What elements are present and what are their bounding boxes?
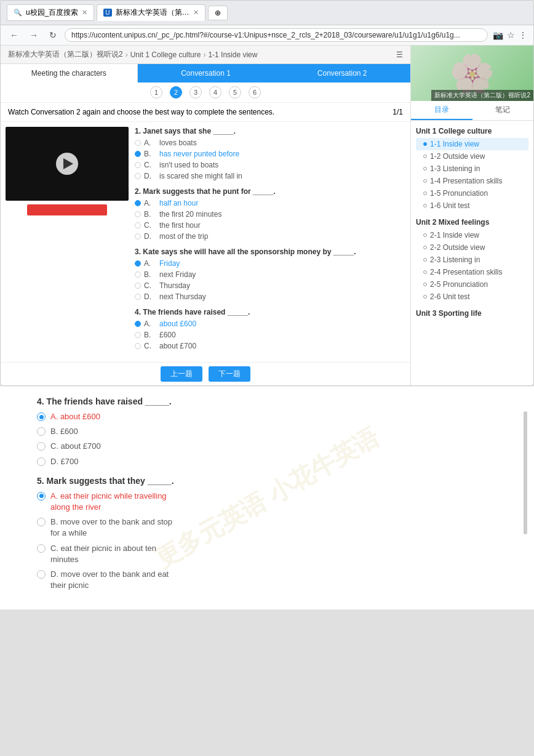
q1-option-d[interactable]: D. is scared she might fall in xyxy=(135,171,405,181)
nav-item-2-6[interactable]: 2-6 Unit test xyxy=(416,291,528,303)
nav-item-1-5-label: 1-5 Pronunciation xyxy=(430,189,488,198)
breadcrumb-home[interactable]: 新标准大学英语（第二版）视听说2 xyxy=(8,49,123,60)
question-4-preview: 4. The friends have raised _____. A. abo… xyxy=(135,308,405,351)
question-progress: 1/1 xyxy=(393,108,403,116)
nav-item-2-3[interactable]: 2-3 Listening in xyxy=(416,254,528,266)
q5-opt-b[interactable]: B. move over to the bank and stopfor a w… xyxy=(37,517,497,539)
nav-item-1-3[interactable]: 1-3 Listening in xyxy=(416,163,528,175)
q2-option-c[interactable]: C. the first hour xyxy=(135,220,405,230)
q1-radio-d xyxy=(135,173,141,179)
q3-option-d[interactable]: D. next Thursday xyxy=(135,292,405,302)
tab-meeting[interactable]: Meeting the characters xyxy=(1,64,138,82)
q2-option-d[interactable]: D. most of the trip xyxy=(135,231,405,241)
q4-option-b-preview[interactable]: B. £600 xyxy=(135,330,405,340)
q5-c-text: C. eat their picnic in about tenminutes xyxy=(50,543,156,565)
step-4[interactable]: 4 xyxy=(209,86,221,99)
q2-option-a[interactable]: A. half an hour xyxy=(135,198,405,208)
nav-item-1-1[interactable]: 1-1 Inside view xyxy=(416,138,528,150)
step-6[interactable]: 6 xyxy=(249,86,261,99)
q3-option-b[interactable]: B. next Friday xyxy=(135,270,405,279)
address-bar[interactable] xyxy=(65,28,488,42)
tab-1[interactable]: 🔍 u校园_百度搜索 ✕ xyxy=(7,4,94,21)
q4-opt-a[interactable]: A. about £600 xyxy=(37,411,497,422)
nav-item-2-4-label: 2-4 Presentation skills xyxy=(430,268,502,276)
nav-item-2-6-label: 2-6 Unit test xyxy=(430,292,470,301)
video-player[interactable] xyxy=(6,127,129,201)
tab-1-close[interactable]: ✕ xyxy=(82,9,87,17)
q4-c-text: C. about £700 xyxy=(50,441,101,452)
course-header: 新标准大学英语（第二版）视听说2 › Unit 1 College cultur… xyxy=(1,46,410,64)
q3-option-c[interactable]: C. Thursday xyxy=(135,281,405,291)
q5-opt-a[interactable]: A. eat their picnic while travellingalon… xyxy=(37,491,497,513)
q5-radio-c xyxy=(37,544,46,553)
q4-option-c-preview[interactable]: C. about £700 xyxy=(135,341,405,351)
tab-conv2[interactable]: Conversation 2 xyxy=(274,64,410,82)
play-icon xyxy=(63,158,73,169)
forward-button[interactable]: → xyxy=(26,29,41,41)
q1-option-c[interactable]: C. isn't used to boats xyxy=(135,160,405,170)
sidebar-image: 🌸 新标准大学英语（第二版）视听说2 xyxy=(411,46,533,101)
tab-2-close[interactable]: ✕ xyxy=(193,9,199,17)
step-3[interactable]: 3 xyxy=(189,86,202,99)
q1-radio-b xyxy=(135,151,141,157)
q5-opt-d[interactable]: D. move over to the bank and eattheir pi… xyxy=(37,569,497,591)
unit-3-title: Unit 3 Sporting life xyxy=(416,307,528,320)
nav-circle-2-3 xyxy=(423,258,427,262)
q4-radio-b xyxy=(37,427,46,436)
right-sidebar: 🌸 新标准大学英语（第二版）视听说2 目录 笔记 Unit 1 College … xyxy=(410,46,533,385)
q5-d-text: D. move over to the bank and eattheir pi… xyxy=(50,569,169,591)
tab-2[interactable]: U 新标准大学英语（第… ✕ xyxy=(97,4,205,21)
unit-1-title: Unit 1 College culture xyxy=(416,124,528,138)
nav-item-2-5[interactable]: 2-5 Pronunciation xyxy=(416,278,528,291)
nav-item-1-4[interactable]: 1-4 Presentation skills xyxy=(416,175,528,187)
q4-opt-d[interactable]: D. £700 xyxy=(37,456,497,467)
nav-item-1-6[interactable]: 1-6 Unit test xyxy=(416,199,528,212)
step-5[interactable]: 5 xyxy=(229,86,241,99)
q2-option-b[interactable]: B. the first 20 minutes xyxy=(135,209,405,219)
q1-d-text: is scared she might fall in xyxy=(159,172,242,180)
q4-text-preview: 4. The friends have raised _____. xyxy=(135,308,405,316)
reload-button[interactable]: ↻ xyxy=(46,29,60,41)
step-1[interactable]: 1 xyxy=(150,86,162,99)
next-button[interactable]: 下一题 xyxy=(209,366,250,382)
nav-item-2-4[interactable]: 2-4 Presentation skills xyxy=(416,266,528,278)
browser-titlebar: 🔍 u校园_百度搜索 ✕ U 新标准大学英语（第… ✕ ⊕ xyxy=(1,1,533,25)
bookmark-icon[interactable]: ☆ xyxy=(507,30,515,40)
q4-option-a-preview[interactable]: A. about £600 xyxy=(135,319,405,329)
sidebar-tab-notes[interactable]: 笔记 xyxy=(472,101,534,120)
back-button[interactable]: ← xyxy=(7,29,22,41)
q1-b-text: has never punted before xyxy=(159,150,239,158)
tab-conv1[interactable]: Conversation 1 xyxy=(138,64,274,82)
tab-3[interactable]: ⊕ xyxy=(208,6,228,20)
breadcrumb-sep1: › xyxy=(126,50,128,59)
q4-radio-a xyxy=(37,412,46,421)
play-button[interactable] xyxy=(56,153,78,175)
step-2[interactable]: 2 xyxy=(170,86,182,99)
nav-item-2-1[interactable]: 2-1 Inside view xyxy=(416,229,528,241)
q1-option-b[interactable]: B. has never punted before xyxy=(135,149,405,159)
nav-item-1-5[interactable]: 1-5 Pronunciation xyxy=(416,187,528,199)
q3-text: 3. Kate says she will have all the spons… xyxy=(135,247,405,256)
q5-opt-c[interactable]: C. eat their picnic in about tenminutes xyxy=(37,543,497,565)
nav-item-1-2[interactable]: 1-2 Outside view xyxy=(416,150,528,163)
nav-item-2-2[interactable]: 2-2 Outside view xyxy=(416,241,528,254)
breadcrumb-item2[interactable]: 1-1 Inside view xyxy=(208,50,257,59)
q3-option-a[interactable]: A. Friday xyxy=(135,259,405,268)
breadcrumb-item1[interactable]: Unit 1 College culture xyxy=(130,50,201,59)
scrollbar-area xyxy=(523,387,528,609)
scrollbar-thumb[interactable] xyxy=(524,411,527,534)
q1-option-a[interactable]: A. loves boats xyxy=(135,138,405,148)
bottom-question-5: 5. Mark suggests that they _____. A. eat… xyxy=(37,476,497,592)
q4-opt-b[interactable]: B. £600 xyxy=(37,426,497,437)
nav-item-2-3-label: 2-3 Listening in xyxy=(430,255,480,264)
q5-radio-a xyxy=(37,492,46,501)
question-instruction: Watch Conversation 2 again and choose th… xyxy=(8,108,274,116)
prev-button[interactable]: 上一题 xyxy=(161,366,202,382)
sidebar-tab-contents[interactable]: 目录 xyxy=(411,101,472,120)
nav-item-1-3-label: 1-3 Listening in xyxy=(430,164,480,173)
q4-opt-c[interactable]: C. about £700 xyxy=(37,441,497,452)
page-content: 新标准大学英语（第二版）视听说2 › Unit 1 College cultur… xyxy=(1,46,533,385)
menu-icon[interactable]: ⋮ xyxy=(519,30,527,40)
menu-icon-header[interactable]: ☰ xyxy=(396,50,403,59)
q2-text: 2. Mark suggests that he punt for _____. xyxy=(135,187,405,196)
